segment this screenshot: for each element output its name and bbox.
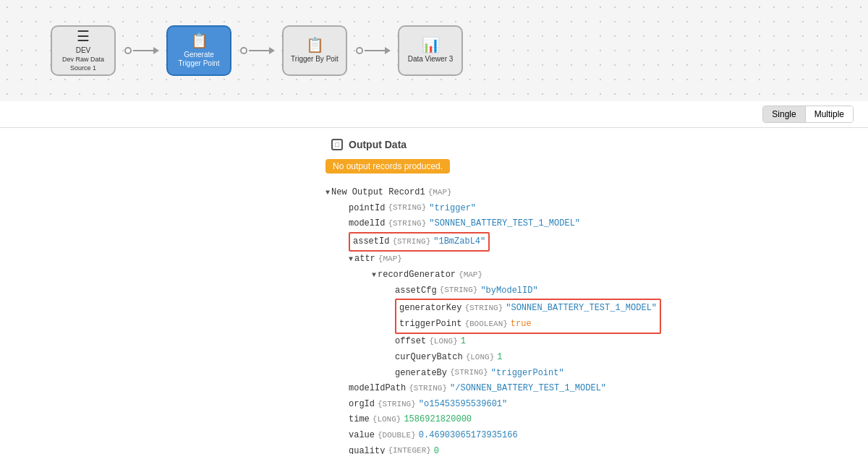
key-curQueryBatch: curQueryBatch (395, 350, 463, 366)
field-generateBy: generateBy {STRING} "triggerPoint" (326, 366, 846, 382)
val-pointId: "trigger" (429, 201, 476, 217)
node-trigger[interactable]: 📋 Trigger By Poit (275, 25, 354, 76)
key-orgId: orgId (349, 397, 375, 413)
key-generatorKey: generatorKey (399, 301, 461, 317)
pipeline-nodes: ☰ DEVDev Raw Data Source 1 📋 Generate Tr… (43, 25, 470, 76)
generate-icon: 📋 (190, 33, 208, 48)
type-orgId: {STRING} (378, 398, 416, 412)
triangle-recordGenerator: ▼ (372, 269, 376, 282)
field-assetCfg: assetCfg {STRING} "byModelID" (326, 283, 846, 299)
type-triggerPoint: {BOOLEAN} (464, 317, 507, 332)
key-modelIdPath: modelIdPath (349, 381, 406, 397)
dev-icon: ☰ (77, 29, 90, 43)
node-box-viewer[interactable]: 📊 Data Viewer 3 (398, 25, 463, 76)
field-triggerPoint: triggerPoint {BOOLEAN} true (399, 317, 657, 333)
type-generateBy: {STRING} (450, 366, 488, 380)
type-quality: {INTEGER} (388, 444, 430, 454)
triangle-root: ▼ (326, 187, 330, 200)
node-dev[interactable]: ☰ DEVDev Raw Data Source 1 (43, 25, 123, 76)
node-box-trigger[interactable]: 📋 Trigger By Poit (282, 25, 347, 76)
field-modelIdPath: modelIdPath {STRING} "/SONNEN_BATTERY_TE… (326, 381, 846, 397)
val-quality: 0 (434, 444, 439, 455)
field-modelId: modelId {STRING} "SONNEN_BATTERY_TEST_1_… (326, 216, 846, 232)
viewer-icon: 📊 (422, 38, 440, 52)
val-generatorKey: "SONNEN_BATTERY_TEST_1_MODEL" (506, 301, 657, 317)
key-time: time (349, 412, 370, 428)
root-type: {MAP} (428, 186, 452, 200)
val-modelId: "SONNEN_BATTERY_TEST_1_MODEL" (429, 216, 580, 232)
arrow-2 (239, 47, 275, 54)
type-time: {LONG} (373, 413, 401, 427)
trigger-label: Trigger By Poit (291, 55, 339, 64)
field-time: time {LONG} 1586921820000 (326, 412, 846, 428)
type-generatorKey: {STRING} (464, 301, 503, 316)
field-generatorKey: generatorKey {STRING} "SONNEN_BATTERY_TE… (399, 301, 657, 317)
output-icon: □ (331, 139, 343, 150)
field-quality: quality {INTEGER} 0 (326, 444, 846, 455)
field-value: value {DOUBLE} 0.46903065173935166 (326, 428, 846, 444)
toolbar: Single Multiple (0, 101, 868, 128)
key-recordGenerator: recordGenerator (378, 267, 456, 283)
output-tree: ▼ New Output Record1 {MAP} pointId {STRI… (326, 185, 846, 454)
field-attr: ▼ attr {MAP} (326, 252, 846, 267)
viewer-label: Data Viewer 3 (408, 55, 454, 64)
key-quality: quality (349, 444, 385, 455)
key-offset: offset (395, 334, 426, 350)
val-curQueryBatch: 1 (497, 350, 502, 366)
field-pointId: pointId {STRING} "trigger" (326, 201, 846, 217)
gen-trigger-highlight: generatorKey {STRING} "SONNEN_BATTERY_TE… (395, 299, 661, 334)
triangle-attr: ▼ (349, 253, 353, 266)
root-key: New Output Record1 (331, 185, 425, 201)
arrow-3 (354, 47, 391, 54)
type-curQueryBatch: {LONG} (466, 351, 495, 365)
field-recordGenerator: ▼ recordGenerator {MAP} (326, 267, 846, 283)
field-orgId: orgId {STRING} "o15453595539601" (326, 397, 846, 413)
val-orgId: "o15453595539601" (419, 397, 507, 413)
key-value: value (349, 428, 375, 444)
key-generateBy: generateBy (395, 366, 447, 382)
output-area: □ Output Data No output records produced… (0, 128, 868, 454)
arrow-1 (123, 47, 159, 54)
node-box-generate[interactable]: 📋 Generate Trigger Point (166, 25, 231, 76)
key-triggerPoint: triggerPoint (399, 317, 461, 333)
key-attr: attr (354, 252, 375, 267)
type-modelId: {STRING} (388, 217, 426, 231)
val-assetId: "1BmZabL4" (433, 234, 485, 250)
val-offset: 1 (461, 334, 466, 350)
key-assetId: assetId (353, 234, 389, 250)
type-assetId: {STRING} (392, 235, 430, 249)
val-assetCfg: "byModelID" (480, 283, 537, 299)
type-assetCfg: {STRING} (440, 283, 478, 298)
trigger-icon: 📋 (306, 38, 324, 52)
no-output-badge: No output records produced. (326, 159, 450, 174)
field-curQueryBatch: curQueryBatch {LONG} 1 (326, 350, 846, 366)
key-assetCfg: assetCfg (395, 283, 437, 299)
node-box-dev[interactable]: ☰ DEVDev Raw Data Source 1 (51, 25, 116, 76)
val-time: 1586921820000 (404, 412, 472, 428)
type-modelIdPath: {STRING} (409, 382, 447, 396)
type-attr: {MAP} (378, 252, 402, 267)
val-generateBy: "triggerPoint" (491, 366, 564, 382)
multiple-button[interactable]: Multiple (806, 106, 853, 122)
node-generate[interactable]: 📋 Generate Trigger Point (159, 25, 239, 76)
single-button[interactable]: Single (763, 106, 805, 122)
key-modelId: modelId (349, 216, 385, 232)
type-value: {DOUBLE} (378, 429, 416, 443)
type-pointId: {STRING} (388, 201, 426, 215)
val-value: 0.46903065173935166 (419, 428, 518, 444)
tree-root: ▼ New Output Record1 {MAP} (326, 185, 846, 201)
assetId-highlight: assetId {STRING} "1BmZabL4" (349, 232, 490, 252)
type-recordGenerator: {MAP} (459, 268, 482, 283)
val-triggerPoint: true (511, 317, 532, 333)
val-modelIdPath: "/SONNEN_BATTERY_TEST_1_MODEL" (450, 381, 606, 397)
output-header: □ Output Data (22, 139, 846, 150)
dev-label: DEVDev Raw Data Source 1 (56, 46, 110, 72)
pipeline-canvas: ☰ DEVDev Raw Data Source 1 📋 Generate Tr… (0, 0, 868, 101)
node-viewer[interactable]: 📊 Data Viewer 3 (391, 25, 470, 76)
output-title: Output Data (349, 139, 407, 150)
generate-label: Generate Trigger Point (172, 51, 226, 68)
field-assetId: assetId {STRING} "1BmZabL4" (326, 232, 846, 252)
key-pointId: pointId (349, 201, 385, 217)
type-offset: {LONG} (429, 335, 458, 349)
view-toggle: Single Multiple (762, 106, 854, 123)
